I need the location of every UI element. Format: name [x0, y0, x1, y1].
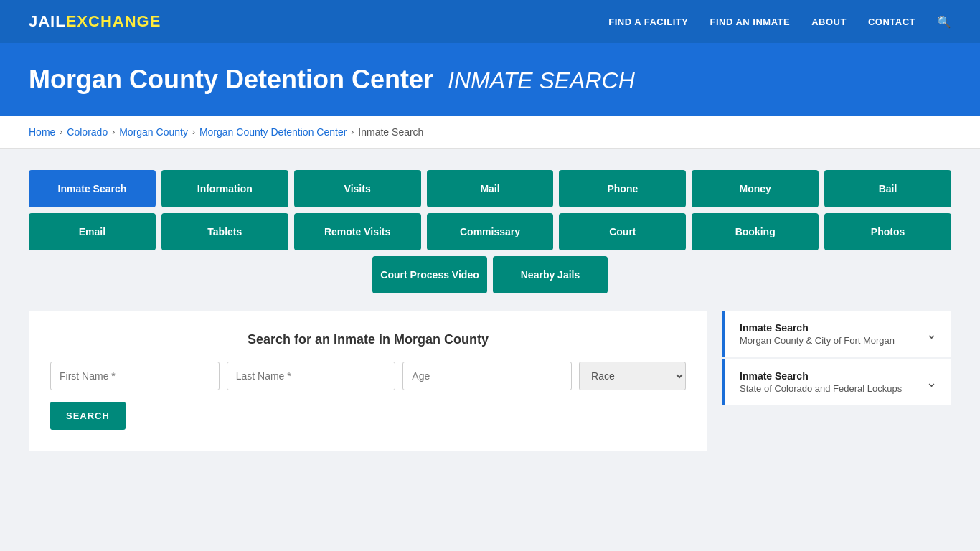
tab-email[interactable]: Email: [29, 213, 156, 250]
site-logo[interactable]: JAILEXCHANGE: [29, 12, 161, 31]
tab-row-3: Court Process Video Nearby Jails: [29, 256, 951, 293]
sidebar-item-title-1: Inmate Search: [740, 322, 895, 334]
age-input[interactable]: [402, 362, 572, 390]
tab-tablets[interactable]: Tablets: [161, 213, 288, 250]
search-fields: Race White Black Hispanic Asian Native A…: [50, 362, 686, 390]
breadcrumb-home[interactable]: Home: [29, 126, 55, 138]
tab-mail[interactable]: Mail: [427, 170, 554, 207]
breadcrumb-current: Inmate Search: [358, 126, 423, 138]
search-card: Search for an Inmate in Morgan County Ra…: [29, 311, 707, 451]
hero-subtitle: INMATE SEARCH: [448, 67, 635, 93]
logo-jail: JAIL: [29, 12, 66, 31]
navbar: JAILEXCHANGE FIND A FACILITY FIND AN INM…: [0, 0, 980, 43]
nav-find-facility[interactable]: FIND A FACILITY: [608, 17, 688, 27]
page-title: Morgan County Detention Center INMATE SE…: [29, 65, 951, 95]
sidebar-item-text-2: Inmate Search State of Colorado and Fede…: [740, 370, 902, 394]
tab-inmate-search[interactable]: Inmate Search: [29, 170, 156, 207]
sidebar-item-title-2: Inmate Search: [740, 370, 902, 382]
race-select[interactable]: Race White Black Hispanic Asian Native A…: [579, 362, 686, 390]
chevron-down-icon-2: ⌄: [926, 375, 937, 390]
tab-phone[interactable]: Phone: [559, 170, 686, 207]
sidebar: Inmate Search Morgan County & City of Fo…: [722, 311, 951, 407]
tab-court[interactable]: Court: [559, 213, 686, 250]
tab-money[interactable]: Money: [692, 170, 819, 207]
hero-section: Morgan County Detention Center INMATE SE…: [0, 43, 980, 116]
main-content: Inmate Search Information Visits Mail Ph…: [0, 149, 980, 473]
logo-exchange: EXCHANGE: [66, 12, 161, 31]
first-name-input[interactable]: [50, 362, 220, 390]
breadcrumb-sep-1: ›: [60, 127, 62, 137]
tab-court-process-video[interactable]: Court Process Video: [372, 256, 487, 293]
breadcrumb: Home › Colorado › Morgan County › Morgan…: [0, 116, 980, 149]
nav-contact[interactable]: CONTACT: [868, 17, 915, 27]
tab-commissary[interactable]: Commissary: [427, 213, 554, 250]
breadcrumb-colorado[interactable]: Colorado: [67, 126, 108, 138]
nav-find-inmate[interactable]: FIND AN INMATE: [710, 17, 790, 27]
breadcrumb-detention-center[interactable]: Morgan County Detention Center: [199, 126, 347, 138]
tab-information[interactable]: Information: [161, 170, 288, 207]
tab-row-2: Email Tablets Remote Visits Commissary C…: [29, 213, 951, 250]
breadcrumb-sep-4: ›: [351, 127, 354, 137]
navbar-search-icon[interactable]: 🔍: [937, 15, 951, 29]
search-button[interactable]: SEARCH: [50, 402, 126, 430]
sidebar-item-morgan-county[interactable]: Inmate Search Morgan County & City of Fo…: [722, 311, 951, 357]
hero-main-title: Morgan County Detention Center: [29, 65, 433, 94]
chevron-down-icon-1: ⌄: [926, 326, 937, 342]
sidebar-item-sub-2: State of Colorado and Federal Lockups: [740, 383, 902, 394]
last-name-input[interactable]: [227, 362, 396, 390]
breadcrumb-sep-2: ›: [112, 127, 115, 137]
tab-nearby-jails[interactable]: Nearby Jails: [493, 256, 608, 293]
tab-booking[interactable]: Booking: [692, 213, 819, 250]
breadcrumb-morgan-county[interactable]: Morgan County: [119, 126, 188, 138]
nav-about[interactable]: ABOUT: [811, 17, 847, 27]
navbar-links: FIND A FACILITY FIND AN INMATE ABOUT CON…: [608, 15, 951, 29]
lower-section: Search for an Inmate in Morgan County Ra…: [29, 311, 951, 451]
search-title: Search for an Inmate in Morgan County: [50, 332, 686, 347]
sidebar-item-text-1: Inmate Search Morgan County & City of Fo…: [740, 322, 895, 346]
tab-visits[interactable]: Visits: [294, 170, 421, 207]
tab-bail[interactable]: Bail: [824, 170, 951, 207]
tab-photos[interactable]: Photos: [824, 213, 951, 250]
breadcrumb-sep-3: ›: [192, 127, 195, 137]
tab-remote-visits[interactable]: Remote Visits: [294, 213, 421, 250]
tab-row-1: Inmate Search Information Visits Mail Ph…: [29, 170, 951, 207]
sidebar-item-state-colorado[interactable]: Inmate Search State of Colorado and Fede…: [722, 359, 951, 405]
sidebar-item-sub-1: Morgan County & City of Fort Morgan: [740, 335, 895, 346]
